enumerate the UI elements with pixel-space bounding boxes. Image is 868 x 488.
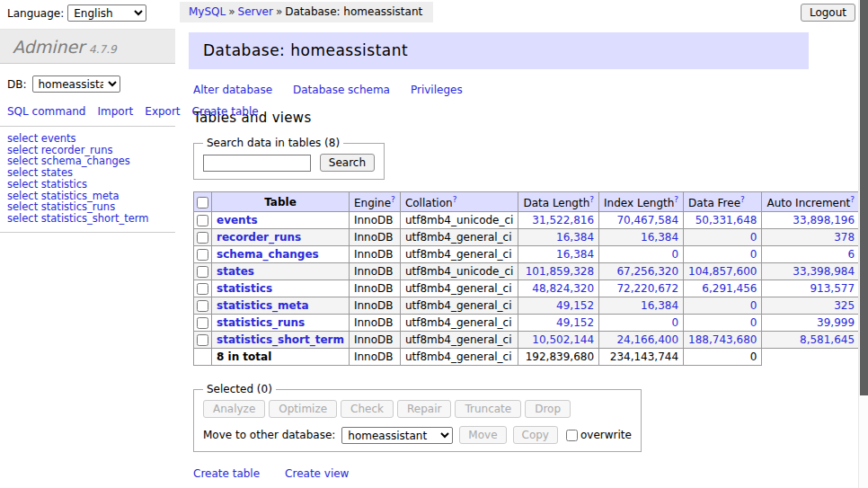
row-checkbox[interactable] <box>197 300 208 312</box>
data-free-cell-link[interactable]: 104,857,600 <box>688 265 757 278</box>
browser-scrollbar[interactable] <box>858 0 868 488</box>
table-name-cell-link[interactable]: statistics_meta <box>217 299 309 312</box>
row-checkbox[interactable] <box>197 317 208 329</box>
table-row: recorder_runsInnoDButf8mb4_general_ci16,… <box>194 229 868 246</box>
help-link[interactable]: ? <box>391 195 395 204</box>
selected-buttons-row: AnalyzeOptimizeCheckRepairTruncateDrop <box>203 400 632 418</box>
sidebar-link-create-table[interactable]: Create table <box>192 105 259 118</box>
data-free-cell: 188,743,680 <box>684 332 762 349</box>
auto-increment-cell-link[interactable]: 8,581,645 <box>766 333 855 346</box>
sidebar-link-sql-command[interactable]: SQL command <box>7 105 85 118</box>
index-length-cell-link[interactable]: 67,256,320 <box>604 265 678 278</box>
overwrite-option[interactable]: overwrite <box>566 429 632 441</box>
auto-increment-cell-link[interactable]: 325 <box>766 299 855 312</box>
create-table-link[interactable]: Create table <box>193 467 260 480</box>
help-link[interactable]: ? <box>589 195 594 204</box>
help-link[interactable]: ? <box>674 195 678 204</box>
data-free-cell-link[interactable]: 188,743,680 <box>688 333 757 346</box>
index-length-cell-link[interactable]: 16,384 <box>604 231 678 244</box>
index-length-cell-link[interactable]: 24,166,400 <box>604 333 678 346</box>
data-free-cell: 6,291,456 <box>684 280 762 297</box>
move-database-select[interactable]: homeassistant <box>341 427 453 444</box>
data-free-cell-link[interactable]: 50,331,648 <box>688 214 757 226</box>
copy-button[interactable]: Copy <box>513 426 558 444</box>
logout-button[interactable]: Logout <box>801 4 855 22</box>
row-checkbox[interactable] <box>197 249 208 261</box>
repair-button[interactable]: Repair <box>397 400 451 418</box>
index-length-cell-link[interactable]: 0 <box>604 316 678 329</box>
row-checkbox[interactable] <box>197 232 208 244</box>
engine-cell: InnoDB <box>349 212 400 229</box>
overwrite-checkbox[interactable] <box>566 430 578 441</box>
db-select[interactable]: homeassistant <box>32 75 120 93</box>
auto-increment-cell: 33,398,984 <box>762 263 860 280</box>
search-button[interactable]: Search <box>320 154 375 172</box>
data-free-cell-link[interactable]: 0 <box>688 299 757 312</box>
table-name-cell-link[interactable]: recorder_runs <box>217 231 301 244</box>
data-length-cell-link[interactable]: 48,824,320 <box>523 282 594 295</box>
index-length-cell-link[interactable]: 70,467,584 <box>604 214 678 226</box>
auto-increment-cell-link[interactable]: 6 <box>766 248 855 261</box>
index-length-cell-link[interactable]: 72,220,672 <box>604 282 678 295</box>
sidebar-select-table-link[interactable]: select statistics <box>7 179 175 191</box>
analyze-button[interactable]: Analyze <box>203 400 265 418</box>
table-name-cell-link[interactable]: states <box>217 265 254 278</box>
privileges-link[interactable]: Privileges <box>411 84 463 96</box>
table-name-cell-link[interactable]: schema_changes <box>217 248 319 261</box>
auto-increment-cell: 378 <box>762 229 860 246</box>
data-length-cell-link[interactable]: 49,152 <box>523 316 594 329</box>
index-length-cell-link[interactable]: 0 <box>604 248 678 261</box>
select-all-checkbox[interactable] <box>197 197 208 209</box>
table-name-cell-link[interactable]: events <box>217 214 258 226</box>
truncate-button[interactable]: Truncate <box>455 400 521 418</box>
check-button[interactable]: Check <box>341 400 394 418</box>
sidebar-select-table-link[interactable]: select statistics_short_term <box>7 213 175 225</box>
auto-increment-cell-link[interactable]: 378 <box>766 231 855 244</box>
move-label: Move to other database: <box>203 429 335 441</box>
index-length-cell-link[interactable]: 16,384 <box>604 299 678 312</box>
language-select[interactable]: English <box>67 4 146 22</box>
column-header-table: Table <box>212 192 350 212</box>
sidebar-link-import[interactable]: Import <box>97 105 133 118</box>
breadcrumb-link-server[interactable]: Server <box>238 5 273 18</box>
collation-cell: utf8mb4_general_ci <box>400 246 518 263</box>
sidebar-link-export[interactable]: Export <box>145 105 180 118</box>
breadcrumb-link-mysql[interactable]: MySQL <box>189 5 226 18</box>
sidebar-select-table-link[interactable]: select events <box>7 133 175 145</box>
search-input[interactable] <box>203 155 311 172</box>
brand-name[interactable]: Adminer <box>13 37 84 57</box>
row-checkbox[interactable] <box>197 266 208 278</box>
data-free-cell-link[interactable]: 0 <box>688 231 757 244</box>
auto-increment-cell-link[interactable]: 33,398,984 <box>766 265 855 278</box>
database-schema-link[interactable]: Database schema <box>293 84 390 96</box>
data-length-cell-link[interactable]: 101,859,328 <box>523 265 594 278</box>
table-name-cell-link[interactable]: statistics <box>217 282 272 295</box>
row-checkbox[interactable] <box>197 334 208 346</box>
help-link[interactable]: ? <box>453 195 457 204</box>
table-name-cell-link[interactable]: statistics_runs <box>217 316 305 329</box>
alter-database-link[interactable]: Alter database <box>193 84 272 96</box>
table-name-cell-link[interactable]: statistics_short_term <box>217 333 344 346</box>
data-length-cell-link[interactable]: 10,502,144 <box>523 333 594 346</box>
optimize-button[interactable]: Optimize <box>269 400 337 418</box>
table-row: eventsInnoDButf8mb4_unicode_ci31,522,816… <box>194 212 868 229</box>
data-length-cell-link[interactable]: 16,384 <box>523 231 594 244</box>
data-length-cell-link[interactable]: 31,522,816 <box>523 214 594 226</box>
move-button[interactable]: Move <box>459 426 506 444</box>
data-free-cell-link[interactable]: 0 <box>688 248 757 261</box>
data-free-cell-link[interactable]: 0 <box>688 316 757 329</box>
drop-button[interactable]: Drop <box>525 400 571 418</box>
data-length-cell-link[interactable]: 16,384 <box>523 248 594 261</box>
create-view-link[interactable]: Create view <box>285 467 349 480</box>
auto-increment-cell-link[interactable]: 33,898,196 <box>766 214 855 226</box>
auto-increment-cell-link[interactable]: 39,999 <box>766 316 855 329</box>
data-free-cell-link[interactable]: 6,291,456 <box>688 282 757 295</box>
row-checkbox[interactable] <box>197 215 208 226</box>
row-checkbox[interactable] <box>197 283 208 295</box>
sidebar-select-table-link[interactable]: select states <box>7 167 175 179</box>
help-link[interactable]: ? <box>740 195 745 204</box>
scrollbar-thumb[interactable] <box>860 0 868 395</box>
auto-increment-cell-link[interactable]: 913,577 <box>766 282 855 295</box>
help-link[interactable]: ? <box>850 195 855 204</box>
data-length-cell-link[interactable]: 49,152 <box>523 299 594 312</box>
